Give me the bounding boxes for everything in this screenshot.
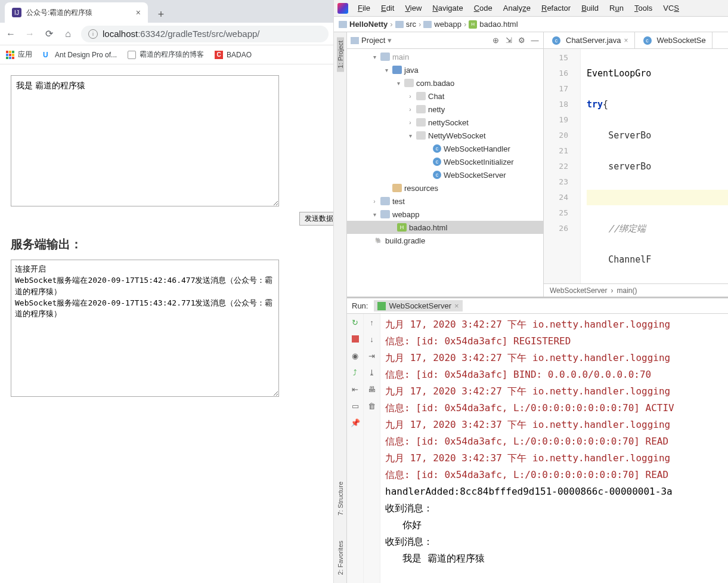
bookmark-label: 霸道的程序猿的博客	[140, 50, 204, 60]
editor-tab[interactable]: c WebSocketSe	[635, 32, 712, 48]
breadcrumb-item[interactable]: src	[406, 20, 416, 29]
package-icon	[404, 79, 414, 87]
bookmark-apps[interactable]: 应用	[6, 50, 32, 60]
rerun-icon[interactable]: ↻	[351, 317, 360, 327]
c-icon: C	[215, 51, 223, 59]
class-icon: c	[552, 36, 560, 45]
bookmark-label: BADAO	[227, 51, 252, 59]
html-icon: H	[397, 223, 407, 232]
locate-icon[interactable]: ⊕	[491, 36, 500, 45]
bookmark-blog[interactable]: 霸道的程序猿的博客	[128, 50, 204, 60]
class-icon: c	[643, 36, 652, 45]
forward-icon[interactable]: →	[24, 28, 36, 40]
browser-toolbar: ← → ⟳ ⌂ i localhost:63342/gradleTest/src…	[0, 23, 333, 45]
pin-icon[interactable]: 📌	[351, 418, 360, 427]
project-tree[interactable]: ▾main ▾java ▾com.badao ›Chat ›netty ›net…	[347, 49, 543, 297]
address-bar[interactable]: i localhost:63342/gradleTest/src/webapp/	[81, 26, 329, 42]
run-toolbar-right: ↑ ↓ ⇥ ⤓ 🖶 🗑	[364, 314, 380, 583]
menu-view[interactable]: View	[400, 2, 426, 14]
breadcrumb-item[interactable]: webapp	[434, 20, 461, 29]
chevron-right-icon: ›	[419, 20, 421, 29]
sidebar-tab-project[interactable]: 1: Project	[337, 37, 344, 72]
editor-panel: c ChatServer.java × c WebSocketSe	[544, 32, 728, 297]
browser-tab[interactable]: IJ 公众号:霸道的程序猿 ×	[5, 2, 148, 23]
console-output[interactable]: 九月 17, 2020 3:42:27 下午 io.netty.handler.…	[380, 314, 728, 583]
hide-icon[interactable]: —	[530, 36, 540, 45]
menu-navigate[interactable]: Navigate	[427, 2, 467, 14]
output-textarea[interactable]: 连接开启 WebSocket服务端在2020-09-17T15:42:46.47…	[11, 260, 279, 397]
send-button[interactable]: 发送数据	[299, 212, 333, 226]
back-icon[interactable]: ←	[5, 28, 17, 40]
collapse-icon[interactable]: ⇲	[504, 36, 513, 45]
scroll-icon[interactable]: ⤓	[367, 368, 377, 377]
home-icon[interactable]: ⌂	[62, 28, 74, 40]
page-body: 我是 霸道的程序猿 发送数据 服务端输出： 连接开启 WebSocket服务端在…	[0, 64, 333, 583]
html-icon: H	[469, 20, 477, 29]
reload-icon[interactable]: ⟳	[43, 28, 55, 40]
close-icon[interactable]: ×	[624, 36, 628, 45]
bookmark-label: 应用	[18, 50, 32, 60]
intellij-logo-icon	[337, 3, 348, 14]
menu-tools[interactable]: Tools	[630, 2, 657, 14]
bookmark-badao[interactable]: C BADAO	[215, 51, 252, 59]
project-panel-title[interactable]: Project ▾	[351, 36, 392, 45]
breadcrumb-item[interactable]: badao.html	[479, 20, 518, 29]
debug-icon[interactable]: ⤴	[351, 368, 360, 377]
output-heading: 服务端输出：	[11, 236, 323, 252]
bookmark-ant[interactable]: U Ant Design Pro of...	[43, 51, 117, 59]
close-icon[interactable]: ×	[454, 301, 459, 310]
menu-vcs[interactable]: VCS	[658, 2, 684, 14]
browser-window: IJ 公众号:霸道的程序猿 × + ← → ⟳ ⌂ i localhost:63…	[0, 0, 334, 583]
chevron-right-icon: ›	[464, 20, 466, 29]
clear-icon[interactable]: 🗑	[367, 401, 377, 411]
new-tab-button[interactable]: +	[153, 6, 169, 23]
sidebar-tab-favorites[interactable]: 2: Favorites	[337, 537, 344, 578]
ide-window: File Edit View Navigate Code Analyze Ref…	[334, 0, 728, 583]
package-icon	[416, 131, 426, 140]
class-icon: c	[433, 144, 441, 153]
run-label: Run:	[352, 301, 368, 310]
menu-edit[interactable]: Edit	[376, 2, 399, 14]
menu-analyze[interactable]: Analyze	[498, 2, 535, 14]
stop-button[interactable]	[351, 334, 360, 344]
down-icon[interactable]: ↓	[367, 334, 377, 344]
message-input[interactable]: 我是 霸道的程序猿	[11, 75, 279, 206]
package-icon	[416, 105, 426, 113]
breadcrumb-item[interactable]: HelloNetty	[349, 20, 388, 29]
dump-icon[interactable]: ◉	[351, 351, 360, 360]
up-icon[interactable]: ↑	[367, 317, 377, 327]
code-editor[interactable]: 151617181920212223242526 EventLoopGro tr…	[544, 49, 728, 283]
print-icon[interactable]: 🖶	[367, 384, 377, 394]
folder-icon	[380, 53, 390, 61]
folder-icon	[392, 66, 402, 74]
folder-icon	[423, 21, 432, 28]
menu-code[interactable]: Code	[469, 2, 497, 14]
package-icon	[416, 92, 426, 100]
run-tab[interactable]: WebSocketServer ×	[374, 300, 462, 311]
url-text: localhost:63342/gradleTest/src/webapp/	[103, 29, 260, 39]
folder-icon	[380, 197, 390, 205]
sidebar-tab-structure[interactable]: 7: Structure	[337, 478, 344, 519]
package-icon	[416, 118, 426, 127]
run-panel: Run: WebSocketServer × ↻ ◉ ⤴	[347, 297, 728, 583]
gradle-icon: 🐘	[373, 236, 383, 245]
project-panel: Project ▾ ⊕ ⇲ ⚙ — ▾main ▾java	[347, 32, 544, 297]
tool-window-stripe: 1: Project 7: Structure 2: Favorites	[334, 32, 347, 583]
exit-icon[interactable]: ⇤	[351, 384, 360, 394]
menu-run[interactable]: Run	[605, 2, 628, 14]
editor-tab[interactable]: c ChatServer.java ×	[544, 32, 635, 48]
gear-icon[interactable]: ⚙	[517, 36, 526, 45]
antd-icon: U	[43, 51, 51, 59]
menu-build[interactable]: Build	[577, 2, 603, 14]
code-area[interactable]: EventLoopGro try{ ServerBo serverBo //绑定…	[581, 49, 728, 283]
folder-icon	[339, 21, 347, 28]
layout-icon[interactable]: ▭	[351, 401, 360, 411]
info-icon[interactable]: i	[88, 29, 98, 39]
menu-file[interactable]: File	[353, 2, 375, 14]
close-icon[interactable]: ×	[136, 8, 141, 17]
editor-breadcrumb: WebSocketServer›main()	[544, 283, 728, 297]
wrap-icon[interactable]: ⇥	[367, 351, 377, 360]
bookmarks-bar: 应用 U Ant Design Pro of... 霸道的程序猿的博客 C BA…	[0, 45, 333, 64]
folder-icon	[395, 21, 404, 28]
menu-refactor[interactable]: Refactor	[537, 2, 575, 14]
